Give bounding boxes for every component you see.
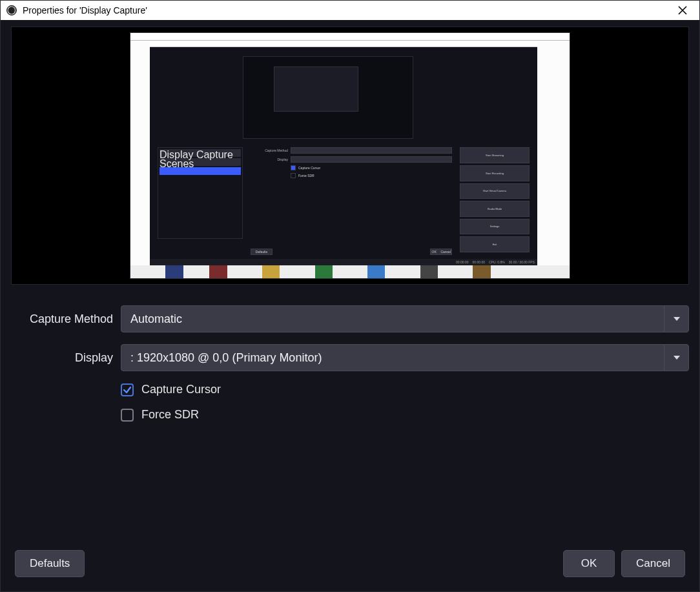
source-preview: Display Capture Scenes Capture Method Di… bbox=[11, 26, 689, 285]
properties-dialog: Properties for 'Display Capture' Display… bbox=[0, 0, 700, 592]
cancel-button[interactable]: Cancel bbox=[621, 550, 685, 577]
titlebar: Properties for 'Display Capture' bbox=[1, 1, 699, 20]
obs-icon bbox=[6, 5, 17, 16]
select-capture-method-value: Automatic bbox=[121, 312, 664, 326]
window-title: Properties for 'Display Capture' bbox=[23, 5, 670, 15]
close-icon bbox=[678, 6, 687, 15]
checkbox-capture-cursor-label: Capture Cursor bbox=[141, 383, 221, 396]
label-capture-method: Capture Method bbox=[11, 312, 114, 326]
select-display[interactable]: : 1920x1080 @ 0,0 (Primary Monitor) bbox=[121, 344, 689, 371]
select-capture-method[interactable]: Automatic bbox=[121, 305, 689, 332]
row-display: Display : 1920x1080 @ 0,0 (Primary Monit… bbox=[11, 344, 689, 371]
checkbox-force-sdr-box bbox=[121, 409, 134, 422]
checkbox-force-sdr-label: Force SDR bbox=[141, 408, 199, 422]
checkbox-capture-cursor-box bbox=[121, 383, 134, 396]
checkbox-capture-cursor[interactable]: Capture Cursor bbox=[121, 383, 689, 396]
dialog-footer: Defaults OK Cancel bbox=[11, 550, 689, 582]
chevron-down-icon bbox=[664, 345, 688, 371]
checkbox-force-sdr[interactable]: Force SDR bbox=[121, 408, 689, 422]
close-button[interactable] bbox=[670, 1, 695, 20]
check-icon bbox=[123, 385, 132, 394]
label-display: Display bbox=[11, 351, 114, 365]
row-capture-method: Capture Method Automatic bbox=[11, 305, 689, 332]
properties-form: Capture Method Automatic Display : 1920x… bbox=[11, 300, 689, 550]
select-display-value: : 1920x1080 @ 0,0 (Primary Monitor) bbox=[121, 351, 664, 365]
defaults-button[interactable]: Defaults bbox=[15, 550, 85, 577]
chevron-down-icon bbox=[664, 306, 688, 332]
ok-button[interactable]: OK bbox=[563, 550, 615, 577]
dialog-content: Display Capture Scenes Capture Method Di… bbox=[1, 20, 699, 591]
preview-nested-desktop: Display Capture Scenes Capture Method Di… bbox=[130, 33, 570, 278]
